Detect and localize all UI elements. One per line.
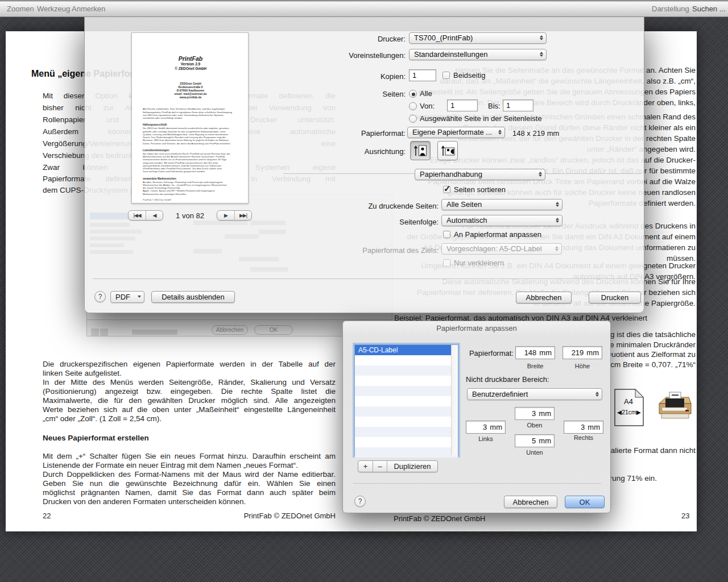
width-input[interactable]: 148mm (515, 346, 555, 359)
previous-page-button[interactable]: ◀ (146, 211, 163, 220)
settings-section-popup[interactable]: Papierhandhabung (415, 169, 545, 180)
list-row-empty[interactable] (355, 376, 458, 386)
list-row-empty[interactable] (355, 447, 458, 458)
panel-footer-divider (353, 483, 601, 484)
margin-left-caption: Links (466, 435, 506, 442)
margin-bottom-input[interactable]: 5mm (515, 434, 555, 447)
height-input[interactable]: 219mm (562, 346, 602, 359)
scale-to-fit-checkbox[interactable] (443, 231, 450, 238)
paper-size-list[interactable]: A5-CD-Label (354, 344, 458, 456)
list-row-empty[interactable] (355, 406, 458, 417)
menu-darstellung[interactable]: Darstellung (652, 5, 689, 13)
footer-brand-left: PrintFab © ZEDOnet GmbH (222, 512, 336, 520)
duplex-checkbox[interactable] (442, 72, 450, 79)
duplex-label: Beidseitig (453, 71, 485, 80)
ghost-divider (86, 319, 392, 320)
pages-selected-radio[interactable] (409, 115, 417, 123)
pages-range-radio[interactable] (409, 102, 417, 110)
destination-paper-label: Papierformat des Ziels: (319, 246, 439, 255)
ghost-row (132, 330, 177, 335)
list-item-selected[interactable]: A5-CD-Label (355, 345, 458, 355)
margins-section-label: Nicht druckbarer Bereich: (466, 375, 549, 384)
collate-label: Seiten sortieren (454, 185, 506, 194)
list-row-empty[interactable] (355, 437, 458, 447)
preview-page: PrintFab Version 2.9 © ZEDOnet GmbH ZEDO… (132, 33, 249, 203)
list-row-empty[interactable] (355, 417, 458, 427)
menu-suchen[interactable]: Suchen ... (692, 5, 726, 13)
margin-top-unit: mm (539, 409, 551, 418)
orientation-portrait-button[interactable] (410, 141, 431, 160)
pages-to-label: Bis: (488, 102, 500, 110)
height-unit: mm (586, 348, 599, 357)
preview-section-head: verwendete Markenzeichen: (143, 177, 238, 180)
copies-input[interactable]: 1 (409, 69, 436, 81)
pdf-menu-button[interactable]: PDF (110, 291, 144, 303)
preview-section-1: Die ZEDOnet GmbH übernimmt keinerlei aus… (143, 127, 238, 145)
presets-popup[interactable]: Standardeinstellungen (409, 49, 547, 60)
paper-help-button[interactable]: ? (354, 496, 366, 507)
preview-page-position: 1 von 82 (164, 211, 216, 220)
svg-text:◀21cm▶: ◀21cm▶ (617, 409, 642, 415)
first-page-button[interactable]: |◀◀ (129, 211, 146, 220)
menu-anmerken[interactable]: Anmerken (72, 5, 105, 13)
margin-right-unit: mm (588, 423, 600, 431)
cancel-button[interactable]: Abbrechen (516, 292, 572, 304)
paper-format-popup[interactable]: Eigene Papierformate ... (407, 127, 505, 138)
footer-brand-right: PrintFab © ZEDOnet GmbH (394, 514, 485, 523)
margins-preset-popup[interactable]: Benutzerdefiniert (467, 388, 602, 400)
help-button[interactable]: ? (94, 291, 106, 302)
margin-right-input[interactable]: 3mm (564, 421, 603, 434)
screen: Zoomen Werkzeug Anmerken Darstellung Suc… (0, 0, 728, 582)
doc-subheading: Neues Papierformat erstellen (43, 434, 149, 442)
pages-selected-label: Ausgewählte Seite in der Seitenleiste (420, 114, 542, 123)
paper-format-value: Eigene Papierformate ... (412, 128, 495, 136)
page-order-popup[interactable]: Automatisch (441, 215, 562, 226)
landscape-icon (440, 143, 455, 158)
collate-checkbox[interactable] (443, 186, 450, 193)
portrait-icon (413, 143, 428, 158)
margin-top-caption: Oben (515, 422, 555, 429)
margin-left-value: 3 (483, 423, 487, 431)
menu-zoomen[interactable]: Zoomen (7, 5, 34, 13)
list-scrollbar-track[interactable] (451, 345, 458, 455)
pages-all-radio[interactable] (409, 90, 417, 98)
paper-dialog-title: Papierformate anpassen (343, 324, 610, 332)
remove-format-button[interactable]: – (373, 461, 387, 472)
hide-details-button[interactable]: Details ausblenden (151, 291, 235, 303)
paper-dimensions: 148 x 219 mm (512, 129, 559, 138)
presets-label: Voreinstellungen: (292, 51, 406, 60)
menu-werkzeug[interactable]: Werkzeug (37, 5, 70, 13)
printer-popup[interactable]: TS700_(PrintFab) (409, 32, 547, 44)
margin-top-input[interactable]: 3mm (515, 407, 555, 420)
paper-format-label: Papierformat: (292, 129, 406, 138)
pages-from-input[interactable]: 1 (447, 99, 478, 111)
pages-to-print-value: Alle Seiten (446, 200, 552, 209)
last-page-button[interactable]: ▶▶| (234, 211, 251, 220)
orientation-landscape-button[interactable] (437, 141, 458, 160)
preview-section-2: Sie haben das nicht ausschließliche Rech… (143, 152, 238, 173)
list-row-empty[interactable] (355, 396, 458, 406)
list-row-empty[interactable] (355, 365, 458, 376)
margin-bottom-unit: mm (539, 436, 551, 445)
ghost-add-button (91, 329, 99, 336)
next-page-button[interactable]: ▶ (217, 211, 234, 220)
list-row-empty[interactable] (355, 355, 458, 365)
margin-top-value: 3 (532, 409, 536, 418)
list-row-empty[interactable] (355, 386, 458, 396)
paper-cancel-button[interactable]: Abbrechen (504, 496, 557, 508)
list-row-empty[interactable] (355, 427, 458, 437)
add-format-button[interactable]: + (358, 461, 373, 472)
pages-to-print-popup[interactable]: Alle Seiten (441, 199, 562, 210)
popup-arrows-icon (539, 172, 542, 177)
popup-arrows-icon (595, 392, 599, 397)
paper-ok-button[interactable]: OK (565, 496, 605, 508)
popup-arrows-icon (498, 130, 502, 135)
ghost-remove-button (100, 329, 108, 336)
popup-arrows-icon (138, 296, 141, 298)
pages-to-input[interactable]: 1 (503, 99, 533, 111)
margin-left-input[interactable]: 3mm (466, 421, 506, 434)
print-button[interactable]: Drucken (589, 292, 641, 304)
pdf-label: PDF (115, 293, 134, 301)
preview-legal: Alle Rechte vorbehalten. Kein Teil diese… (143, 107, 238, 119)
duplicate-format-button[interactable]: Duplizieren (387, 461, 437, 472)
